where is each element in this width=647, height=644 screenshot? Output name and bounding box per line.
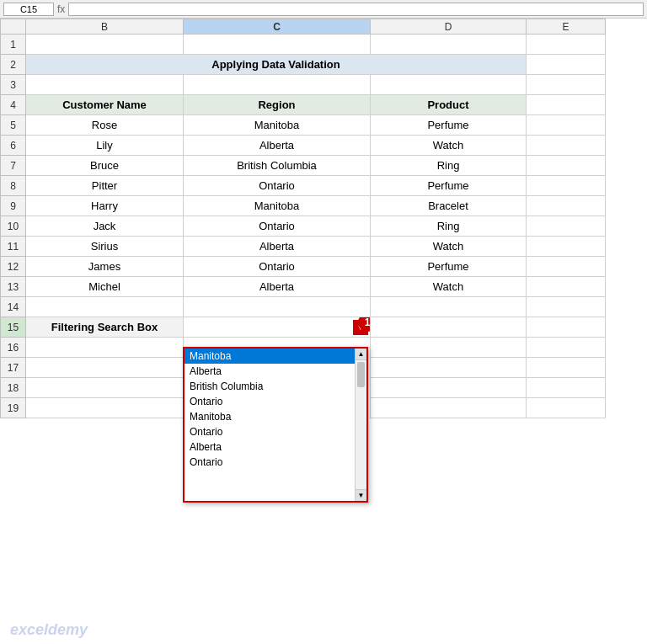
cell-name-1[interactable]: Lily [26, 136, 184, 156]
cell-b14[interactable] [26, 297, 184, 317]
cell-e5[interactable] [527, 115, 606, 136]
cell-name-5[interactable]: Jack [26, 216, 184, 237]
cell-region-2[interactable]: British Columbia [184, 156, 371, 176]
dropdown-option-1[interactable]: Alberta [184, 364, 355, 379]
cell-name-4[interactable]: Harry [26, 196, 184, 216]
row-9: 9 Harry Manitoba Bracelet [1, 196, 606, 216]
col-header-product: Product [371, 95, 527, 115]
row-10: 10 Jack Ontario Ring [1, 216, 606, 237]
cell-e10[interactable] [527, 216, 606, 237]
row-5: 5 Rose Manitoba Perfume [1, 115, 606, 136]
cell-e15[interactable] [527, 317, 606, 338]
col-header-e[interactable]: E [527, 19, 606, 35]
row-header-15: 15 [1, 317, 26, 338]
row-header-7: 7 [1, 156, 26, 176]
cell-b17[interactable] [26, 358, 184, 378]
cell-name-0[interactable]: Rose [26, 115, 184, 136]
cell-region-7[interactable]: Ontario [184, 257, 371, 277]
cell-e17[interactable] [527, 358, 606, 378]
cell-e13[interactable] [527, 277, 606, 297]
dropdown-option-6[interactable]: Alberta [184, 439, 355, 455]
row-6: 6 Lily Alberta Watch [1, 136, 606, 156]
col-header-d[interactable]: D [371, 19, 527, 35]
cell-d1[interactable] [371, 35, 527, 55]
row-header-12: 12 [1, 257, 26, 277]
cell-d19[interactable] [371, 398, 527, 418]
cell-b3[interactable] [26, 75, 184, 95]
cell-product-0[interactable]: Perfume [371, 115, 527, 136]
cell-e18[interactable] [527, 378, 606, 398]
dropdown-scrollbar: ▲ ▼ [355, 349, 366, 501]
cell-name-8[interactable]: Michel [26, 277, 184, 297]
scrollbar-thumb[interactable] [357, 362, 365, 387]
cell-d15[interactable] [371, 317, 527, 338]
cell-e6[interactable] [527, 136, 606, 156]
cell-region-0[interactable]: Manitoba [184, 115, 371, 136]
cell-b18[interactable] [26, 378, 184, 398]
cell-product-6[interactable]: Watch [371, 237, 527, 257]
cell-region-1[interactable]: Alberta [184, 136, 371, 156]
cell-e19[interactable] [527, 398, 606, 418]
cell-e14[interactable] [527, 297, 606, 317]
cell-e11[interactable] [527, 237, 606, 257]
scrollbar-down-button[interactable]: ▼ [356, 489, 366, 501]
col-header-c[interactable]: C [184, 19, 371, 35]
cell-region-3[interactable]: Ontario [184, 176, 371, 196]
cell-b19[interactable] [26, 398, 184, 418]
cell-product-2[interactable]: Ring [371, 156, 527, 176]
cell-e3[interactable] [527, 75, 606, 95]
cell-name-7[interactable]: James [26, 257, 184, 277]
cell-d16[interactable] [371, 338, 527, 358]
cell-product-8[interactable]: Watch [371, 277, 527, 297]
dropdown-option-4[interactable]: Manitoba [184, 409, 355, 424]
cell-b1[interactable] [26, 35, 184, 55]
cell-e7[interactable] [527, 156, 606, 176]
cell-product-5[interactable]: Ring [371, 216, 527, 237]
cell-name-3[interactable]: Pitter [26, 176, 184, 196]
cell-product-1[interactable]: Watch [371, 136, 527, 156]
cell-d18[interactable] [371, 378, 527, 398]
cell-region-4[interactable]: Manitoba [184, 196, 371, 216]
cell-d3[interactable] [371, 75, 527, 95]
dropdown-option-2[interactable]: British Columbia [184, 379, 355, 394]
cell-d14[interactable] [371, 297, 527, 317]
dropdown-option-3[interactable]: Ontario [184, 394, 355, 409]
dropdown-option-7[interactable]: Ontario [184, 455, 355, 470]
cell-e12[interactable] [527, 257, 606, 277]
cell-name-2[interactable]: Bruce [26, 156, 184, 176]
row-header-17: 17 [1, 358, 26, 378]
cell-e4[interactable] [527, 95, 606, 115]
cell-product-3[interactable]: Perfume [371, 176, 527, 196]
cell-e8[interactable] [527, 176, 606, 196]
cell-d17[interactable] [371, 358, 527, 378]
dropdown-cell[interactable]: 1 [184, 317, 371, 338]
row-2: 2 Applying Data Validation [1, 55, 606, 75]
cell-e1[interactable] [527, 35, 606, 55]
cell-e2[interactable] [527, 55, 606, 75]
cell-c3[interactable] [184, 75, 371, 95]
dropdown-option-0[interactable]: Manitoba [184, 349, 355, 364]
badge-1: 1 [358, 317, 371, 332]
cell-region-5[interactable]: Ontario [184, 216, 371, 237]
row-header-13: 13 [1, 277, 26, 297]
cell-product-4[interactable]: Bracelet [371, 196, 527, 216]
col-header-b[interactable]: B [26, 19, 184, 35]
row-header-18: 18 [1, 378, 26, 398]
cell-product-7[interactable]: Perfume [371, 257, 527, 277]
row-header-9: 9 [1, 196, 26, 216]
cell-b16[interactable] [26, 338, 184, 358]
dropdown-arrow-button[interactable]: 1 [353, 320, 368, 335]
row-14: 14 [1, 297, 606, 317]
name-box[interactable] [3, 3, 54, 16]
formula-input[interactable] [68, 3, 644, 16]
cell-name-6[interactable]: Sirius [26, 237, 184, 257]
scrollbar-up-button[interactable]: ▲ [356, 349, 366, 360]
cell-e16[interactable] [527, 338, 606, 358]
cell-c14[interactable] [184, 297, 371, 317]
cell-c1[interactable] [184, 35, 371, 55]
dropdown-input[interactable] [184, 317, 370, 337]
dropdown-option-5[interactable]: Ontario [184, 424, 355, 439]
cell-region-6[interactable]: Alberta [184, 237, 371, 257]
cell-e9[interactable] [527, 196, 606, 216]
cell-region-8[interactable]: Alberta [184, 277, 371, 297]
